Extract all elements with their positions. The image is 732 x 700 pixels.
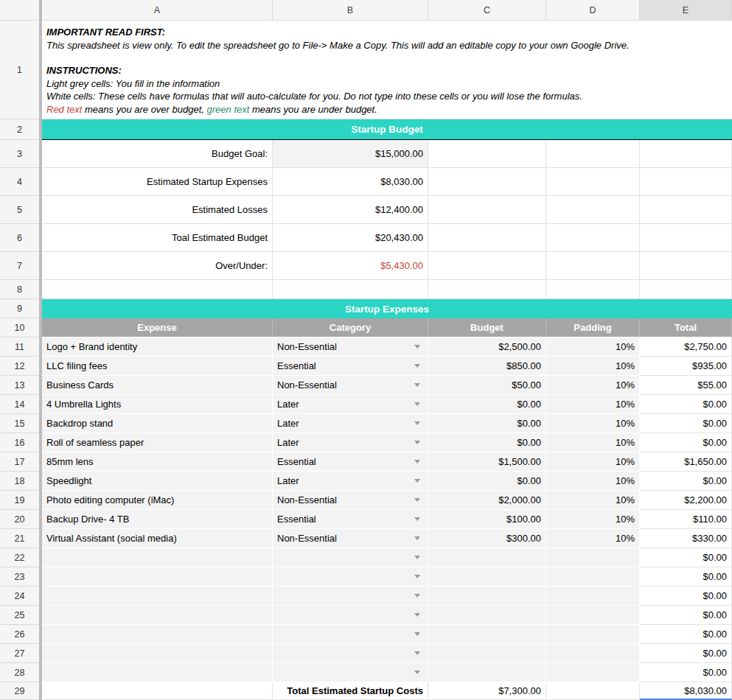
empty-cell[interactable] bbox=[428, 196, 546, 224]
total-cell[interactable]: $2,200.00 bbox=[640, 491, 732, 510]
empty-cell[interactable] bbox=[428, 224, 546, 252]
row-number[interactable]: 3 bbox=[0, 140, 39, 168]
expense-name-cell[interactable]: 4 Umbrella Lights bbox=[42, 395, 273, 414]
empty-cell[interactable] bbox=[42, 682, 273, 700]
expense-name-cell[interactable] bbox=[42, 625, 273, 644]
empty-cell[interactable] bbox=[428, 280, 546, 299]
dropdown-arrow-icon[interactable] bbox=[414, 594, 420, 598]
padding-cell[interactable]: 10% bbox=[546, 491, 640, 510]
column-header-A[interactable]: A bbox=[42, 0, 273, 21]
empty-cell[interactable] bbox=[640, 252, 732, 280]
total-cell[interactable]: $0.00 bbox=[640, 644, 732, 663]
expense-name-cell[interactable] bbox=[42, 663, 273, 682]
empty-cell[interactable] bbox=[546, 252, 640, 280]
row-number[interactable]: 25 bbox=[0, 606, 39, 625]
expense-name-cell[interactable]: Photo editing computer (iMac) bbox=[42, 491, 273, 510]
category-dropdown-cell[interactable] bbox=[273, 606, 428, 625]
budget-cell[interactable]: $0.00 bbox=[428, 414, 546, 433]
empty-cell[interactable] bbox=[546, 168, 640, 196]
dropdown-arrow-icon[interactable] bbox=[414, 441, 420, 444]
total-cell[interactable]: $1,650.00 bbox=[640, 452, 732, 472]
empty-cell[interactable] bbox=[546, 140, 640, 168]
empty-cell[interactable] bbox=[640, 224, 732, 252]
row-number[interactable]: 19 bbox=[0, 491, 39, 510]
budget-cell[interactable]: $50.00 bbox=[428, 376, 546, 395]
padding-cell[interactable]: 10% bbox=[546, 510, 640, 529]
total-cell[interactable]: $0.00 bbox=[640, 606, 732, 625]
row-number[interactable]: 26 bbox=[0, 625, 39, 644]
budget-cell[interactable]: $850.00 bbox=[428, 357, 546, 376]
row-number[interactable]: 5 bbox=[0, 196, 39, 224]
dropdown-arrow-icon[interactable] bbox=[414, 460, 420, 463]
row-number[interactable]: 2 bbox=[0, 119, 39, 140]
row-number[interactable]: 22 bbox=[0, 548, 39, 567]
expenses-section-title[interactable]: Startup Expenses bbox=[42, 299, 732, 318]
expense-name-cell[interactable]: Virtual Assistant (social media) bbox=[42, 529, 273, 548]
budget-cell[interactable] bbox=[428, 587, 546, 606]
empty-cell[interactable] bbox=[42, 280, 273, 299]
total-cell[interactable]: $0.00 bbox=[640, 433, 732, 452]
total-cell[interactable]: $0.00 bbox=[640, 395, 732, 414]
dropdown-arrow-icon[interactable] bbox=[414, 671, 420, 674]
padding-cell[interactable]: 10% bbox=[546, 414, 640, 433]
select-all-corner[interactable] bbox=[0, 0, 39, 21]
row-number[interactable]: 29 bbox=[0, 682, 39, 700]
row-number[interactable]: 24 bbox=[0, 587, 39, 606]
column-header-B[interactable]: B bbox=[273, 0, 428, 21]
total-cell[interactable]: $0.00 bbox=[640, 414, 732, 433]
row-number[interactable]: 21 bbox=[0, 529, 39, 548]
total-cell[interactable]: $0.00 bbox=[640, 625, 732, 644]
dropdown-arrow-icon[interactable] bbox=[414, 575, 420, 578]
category-dropdown-cell[interactable]: Later bbox=[273, 414, 428, 433]
total-cell[interactable]: $0.00 bbox=[640, 548, 732, 567]
dropdown-arrow-icon[interactable] bbox=[414, 402, 420, 406]
budget-cell[interactable] bbox=[428, 606, 546, 625]
padding-cell[interactable]: 10% bbox=[546, 472, 640, 491]
padding-cell[interactable] bbox=[546, 606, 640, 625]
dropdown-arrow-icon[interactable] bbox=[414, 364, 420, 368]
summary-value-cell[interactable]: $20,430.00 bbox=[273, 224, 428, 252]
budget-cell[interactable] bbox=[428, 548, 546, 567]
total-cell[interactable]: $0.00 bbox=[640, 663, 732, 682]
row-number[interactable]: 9 bbox=[0, 299, 39, 318]
padding-cell[interactable] bbox=[546, 567, 640, 587]
budget-cell[interactable]: $0.00 bbox=[428, 433, 546, 452]
summary-label-cell[interactable]: Budget Goal: bbox=[42, 140, 273, 168]
padding-cell[interactable]: 10% bbox=[546, 337, 640, 357]
empty-cell[interactable] bbox=[640, 280, 732, 299]
padding-cell[interactable]: 10% bbox=[546, 433, 640, 452]
budget-cell[interactable]: $300.00 bbox=[428, 529, 546, 548]
padding-cell[interactable]: 10% bbox=[546, 529, 640, 548]
category-dropdown-cell[interactable]: Non-Essential bbox=[273, 337, 428, 357]
summary-value-cell[interactable]: $8,030.00 bbox=[273, 168, 428, 196]
total-cell[interactable]: $0.00 bbox=[640, 567, 732, 587]
summary-label-cell[interactable]: Estimated Startup Expenses bbox=[42, 168, 273, 196]
row-number[interactable]: 10 bbox=[0, 318, 39, 337]
empty-cell[interactable] bbox=[546, 224, 640, 252]
category-dropdown-cell[interactable] bbox=[273, 625, 428, 644]
dropdown-arrow-icon[interactable] bbox=[414, 479, 420, 483]
empty-cell[interactable] bbox=[640, 140, 732, 168]
expense-name-cell[interactable] bbox=[42, 644, 273, 663]
header-budget[interactable]: Budget bbox=[428, 318, 546, 337]
padding-cell[interactable]: 10% bbox=[546, 376, 640, 395]
budget-total-cell[interactable]: $7,300.00 bbox=[428, 682, 546, 700]
row-number[interactable]: 14 bbox=[0, 395, 39, 414]
summary-value-cell[interactable]: $5,430.00 bbox=[273, 252, 428, 280]
category-dropdown-cell[interactable]: Essential bbox=[273, 510, 428, 529]
header-padding[interactable]: Padding bbox=[546, 318, 640, 337]
category-dropdown-cell[interactable]: Later bbox=[273, 433, 428, 452]
expense-name-cell[interactable]: Business Cards bbox=[42, 376, 273, 395]
dropdown-arrow-icon[interactable] bbox=[414, 536, 420, 540]
summary-label-cell[interactable]: Toal Estimated Budget bbox=[42, 224, 273, 252]
row-number[interactable]: 7 bbox=[0, 252, 39, 280]
budget-cell[interactable] bbox=[428, 567, 546, 587]
dropdown-arrow-icon[interactable] bbox=[414, 383, 420, 387]
category-dropdown-cell[interactable] bbox=[273, 548, 428, 567]
header-category[interactable]: Category bbox=[273, 318, 428, 337]
empty-cell[interactable] bbox=[546, 682, 640, 700]
budget-cell[interactable]: $0.00 bbox=[428, 472, 546, 491]
empty-cell[interactable] bbox=[273, 280, 428, 299]
expense-name-cell[interactable]: LLC filing fees bbox=[42, 357, 273, 376]
total-cell[interactable]: $0.00 bbox=[640, 587, 732, 606]
